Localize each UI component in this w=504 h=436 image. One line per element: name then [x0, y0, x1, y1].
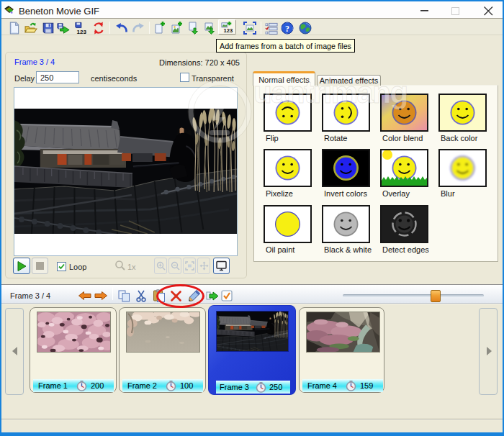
svg-text:123: 123 [77, 29, 87, 35]
svg-text:?: ? [285, 24, 289, 34]
svg-text:123: 123 [224, 27, 233, 34]
